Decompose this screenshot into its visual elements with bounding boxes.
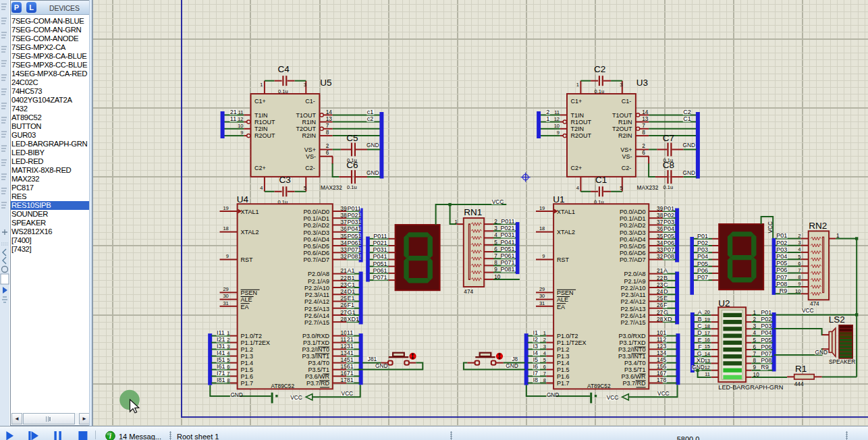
svg-text:RST: RST xyxy=(241,256,254,263)
svg-text:ALE: ALE xyxy=(241,296,252,303)
svg-text:P3.1/TXD: P3.1/TXD xyxy=(620,339,647,346)
svg-text:P1.5: P1.5 xyxy=(557,366,570,373)
svg-text:P08: P08 xyxy=(761,357,771,364)
svg-text:P1.0/T2: P1.0/T2 xyxy=(241,333,263,339)
svg-text:P3.6/WR: P3.6/WR xyxy=(622,373,647,380)
svg-text:11: 11 xyxy=(347,329,353,336)
svg-text:10: 10 xyxy=(554,123,560,129)
svg-text:U5: U5 xyxy=(320,78,331,88)
svg-text:7: 7 xyxy=(798,267,801,273)
svg-text:19: 19 xyxy=(223,205,228,211)
svg-text:33: 33 xyxy=(657,247,663,253)
svg-text:VCC: VCC xyxy=(607,394,619,401)
svg-text:P2.4/A12: P2.4/A12 xyxy=(304,298,329,305)
svg-text:R1: R1 xyxy=(795,364,807,374)
svg-text:P2.7/A15: P2.7/A15 xyxy=(621,319,646,326)
svg-text:G: G xyxy=(663,309,668,316)
svg-text:VS+: VS+ xyxy=(304,146,316,153)
svg-text:C1-: C1- xyxy=(622,98,632,105)
svg-text:8: 8 xyxy=(798,274,801,280)
svg-text:4: 4 xyxy=(227,350,229,356)
svg-text:13: 13 xyxy=(326,116,333,122)
svg-text:14: 14 xyxy=(657,357,663,363)
svg-text:c2: c2 xyxy=(367,115,374,122)
svg-text:T2OUT: T2OUT xyxy=(612,126,632,132)
svg-text:P01: P01 xyxy=(776,232,787,239)
svg-text:P0.1/AD1: P0.1/AD1 xyxy=(620,215,646,222)
svg-text:14: 14 xyxy=(326,109,333,115)
svg-text:C7: C7 xyxy=(663,133,674,143)
svg-text:P041: P041 xyxy=(373,253,387,260)
svg-text:GND: GND xyxy=(367,169,379,176)
svg-text:P0.5/AD5: P0.5/AD5 xyxy=(620,243,646,250)
svg-text:C6: C6 xyxy=(346,160,358,170)
svg-text:22: 22 xyxy=(341,275,348,281)
svg-text:11: 11 xyxy=(554,109,560,115)
svg-text:8: 8 xyxy=(663,377,666,383)
svg-text:4: 4 xyxy=(798,246,801,252)
svg-text:C1-: C1- xyxy=(305,98,315,105)
svg-text:5: 5 xyxy=(798,254,801,260)
svg-text:10: 10 xyxy=(238,123,243,129)
svg-text:P081: P081 xyxy=(500,266,514,273)
svg-text:P0.7/AD7: P0.7/AD7 xyxy=(620,256,646,263)
svg-text:C4: C4 xyxy=(278,64,290,74)
svg-text:P0.4/AD4: P0.4/AD4 xyxy=(620,236,646,243)
svg-text:E: E xyxy=(663,295,668,302)
svg-text:P2.5/A13: P2.5/A13 xyxy=(621,306,646,312)
svg-text:3: 3 xyxy=(753,323,757,329)
svg-text:6: 6 xyxy=(753,344,757,350)
svg-text:P3.5/T1: P3.5/T1 xyxy=(624,366,646,373)
svg-text:P08: P08 xyxy=(776,281,787,287)
svg-text:71: 71 xyxy=(347,370,354,377)
svg-text:8: 8 xyxy=(326,130,329,136)
svg-text:81: 81 xyxy=(347,377,354,383)
svg-text:P021: P021 xyxy=(373,240,387,246)
svg-text:14: 14 xyxy=(341,357,348,363)
svg-text:24: 24 xyxy=(657,289,663,295)
svg-text:P06: P06 xyxy=(761,343,771,350)
svg-text:P011: P011 xyxy=(373,233,387,240)
svg-text:R2IN: R2IN xyxy=(618,132,632,139)
svg-text:474: 474 xyxy=(810,300,819,307)
svg-text:9: 9 xyxy=(542,253,545,259)
svg-text:6: 6 xyxy=(326,150,329,156)
svg-text:19: 19 xyxy=(705,317,710,323)
svg-text:GND: GND xyxy=(682,169,695,176)
svg-text:I41: I41 xyxy=(217,350,225,356)
svg-text:3: 3 xyxy=(663,343,666,350)
svg-text:17: 17 xyxy=(657,377,663,383)
svg-text:34: 34 xyxy=(657,240,663,246)
svg-text:P01: P01 xyxy=(697,233,708,240)
svg-text:P1.5: P1.5 xyxy=(241,366,254,373)
svg-text:2: 2 xyxy=(798,233,801,239)
svg-text:1: 1 xyxy=(227,330,229,336)
svg-text:39: 39 xyxy=(657,206,663,212)
svg-text:P0.4/AD4: P0.4/AD4 xyxy=(304,236,330,243)
svg-text:C1+: C1+ xyxy=(571,98,582,105)
svg-text:LED-BARGRAPH-GRN: LED-BARGRAPH-GRN xyxy=(718,384,783,391)
svg-text:AT89C52: AT89C52 xyxy=(587,383,611,389)
svg-text:25: 25 xyxy=(341,296,348,302)
svg-text:5: 5 xyxy=(494,240,497,246)
svg-text:18: 18 xyxy=(539,225,545,231)
svg-text:P1.4: P1.4 xyxy=(241,360,254,366)
svg-text:P3.6/WR: P3.6/WR xyxy=(305,373,330,380)
svg-text:6: 6 xyxy=(642,150,645,156)
svg-text:MAX232: MAX232 xyxy=(321,184,342,191)
svg-text:P02: P02 xyxy=(761,316,771,323)
svg-text:P031: P031 xyxy=(500,231,514,238)
svg-text:c1: c1 xyxy=(367,109,374,115)
svg-text:9: 9 xyxy=(798,281,801,287)
svg-text:P2.6/A14: P2.6/A14 xyxy=(304,312,329,319)
svg-text:4: 4 xyxy=(543,350,546,356)
svg-text:16: 16 xyxy=(705,337,710,343)
svg-text:I2: I2 xyxy=(533,336,539,343)
svg-text:P2.2/A10: P2.2/A10 xyxy=(621,285,646,292)
svg-text:51: 51 xyxy=(347,356,354,363)
svg-text:C3: C3 xyxy=(279,175,291,185)
svg-text:3: 3 xyxy=(620,82,622,88)
svg-text:6: 6 xyxy=(663,363,666,370)
svg-text:J81: J81 xyxy=(368,356,377,362)
svg-text:5: 5 xyxy=(753,337,757,343)
